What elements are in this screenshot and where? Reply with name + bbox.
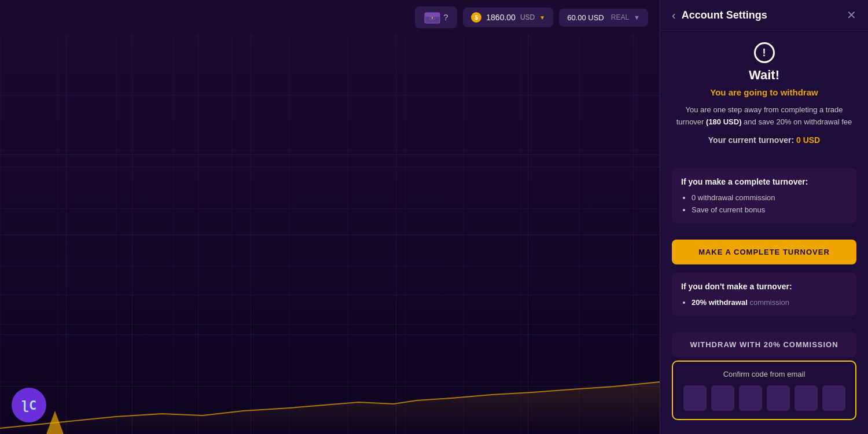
panel-header: ‹ Account Settings ✕ [660, 0, 868, 31]
account-dropdown-arrow: ▼ [634, 14, 640, 21]
email-confirm-section: Confirm code from email [672, 361, 856, 420]
complete-bullets-list: 0 withdrawal commission Save of current … [681, 193, 847, 214]
withdraw-desc-post: and save 20% on withdrawal fee [741, 117, 852, 126]
commission-bold: 20% withdrawal [692, 298, 748, 307]
withdraw-desc-amount: (180 USD) [706, 117, 741, 126]
complete-turnover-button[interactable]: MAKE A COMPLETE TURNOVER [672, 240, 856, 264]
turnover-value: 0 USD [796, 135, 820, 145]
game-canvas [0, 35, 660, 434]
balance-dropdown-arrow: ▼ [539, 14, 545, 21]
complete-box-title: If you make a complete turnover: [681, 177, 847, 186]
back-button[interactable]: ‹ [672, 9, 676, 22]
account-selector[interactable]: 60.00 USD REAL ▼ [559, 9, 648, 27]
chart-svg [0, 347, 660, 434]
spike-decoration [46, 411, 64, 434]
bullet-item-2: Save of current bonus [692, 205, 847, 214]
close-icon: ✕ [847, 8, 856, 22]
turnover-label: Your current turnover: 0 USD [708, 135, 820, 145]
code-input-4[interactable] [767, 385, 790, 411]
logo-button[interactable]: ɭC [12, 388, 46, 422]
panel-header-left: ‹ Account Settings [672, 9, 767, 22]
no-turnover-title: If you don't make a turnover: [681, 282, 847, 291]
balance-amount: 1860.00 [486, 13, 516, 22]
top-bar: ? $ 1860.00 USD ▼ 60.00 USD REAL ▼ [0, 0, 660, 35]
email-confirm-title: Confirm code from email [681, 370, 847, 378]
code-input-5[interactable] [795, 385, 818, 411]
account-settings-panel: ‹ Account Settings ✕ Wait! You are going… [660, 0, 868, 434]
svg-point-3 [431, 17, 433, 19]
chest-icon [424, 11, 440, 24]
commission-rest: commission [748, 298, 789, 307]
back-arrow-icon: ‹ [672, 9, 676, 22]
code-inputs-row [681, 385, 847, 411]
game-area: ? $ 1860.00 USD ▼ 60.00 USD REAL ▼ [0, 0, 660, 434]
commission-button[interactable]: WITHDRAW WITH 20% COMMISSION [672, 332, 856, 357]
wait-title: Wait! [749, 68, 779, 83]
complete-turnover-box: If you make a complete turnover: 0 withd… [672, 168, 856, 223]
chest-button[interactable]: ? [415, 6, 458, 28]
close-button[interactable]: ✕ [847, 8, 856, 22]
account-type: REAL [611, 13, 629, 21]
svg-rect-1 [425, 13, 440, 16]
code-input-1[interactable] [683, 385, 707, 411]
account-amount: 60.00 USD [567, 13, 604, 22]
wait-section: Wait! You are going to withdraw You are … [672, 42, 856, 156]
balance-currency: USD [520, 13, 535, 21]
code-input-2[interactable] [711, 385, 734, 411]
withdraw-desc: You are one step away from completing a … [672, 104, 856, 128]
no-turnover-bullets: 20% withdrawal commission [681, 298, 847, 307]
wait-icon [754, 42, 775, 63]
panel-title: Account Settings [682, 9, 767, 21]
balance-icon: $ [471, 12, 481, 23]
balance-button[interactable]: $ 1860.00 USD ▼ [463, 8, 553, 27]
bullet-item-1: 0 withdrawal commission [692, 193, 847, 202]
no-turnover-box: If you don't make a turnover: 20% withdr… [672, 273, 856, 316]
code-input-3[interactable] [739, 385, 762, 411]
panel-content: Wait! You are going to withdraw You are … [660, 31, 868, 434]
commission-bullet: 20% withdrawal commission [692, 298, 847, 307]
chest-question: ? [444, 13, 448, 22]
logo-text: ɭC [21, 398, 37, 413]
code-input-6[interactable] [822, 385, 845, 411]
withdraw-label: You are going to withdraw [710, 87, 818, 97]
